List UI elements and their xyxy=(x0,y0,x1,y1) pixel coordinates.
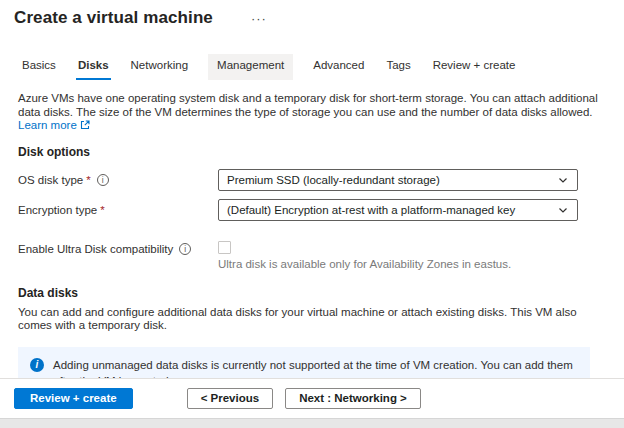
bottom-edge-strip xyxy=(0,418,624,428)
chevron-down-icon xyxy=(557,204,569,216)
info-icon: i xyxy=(30,358,44,372)
required-asterisk: * xyxy=(100,204,104,216)
next-button[interactable]: Next : Networking > xyxy=(285,388,421,409)
page-title: Create a virtual machine xyxy=(14,8,213,28)
data-disks-text: You can add and configure additional dat… xyxy=(18,306,606,333)
tab-networking[interactable]: Networking xyxy=(129,54,191,80)
info-icon[interactable]: i xyxy=(179,243,191,255)
encryption-type-select[interactable]: (Default) Encryption at-rest with a plat… xyxy=(218,199,578,221)
disk-options-heading: Disk options xyxy=(18,145,624,159)
ultra-disk-helper: Ultra disk is available only for Availab… xyxy=(218,258,511,270)
required-asterisk: * xyxy=(86,174,90,186)
tab-disks[interactable]: Disks xyxy=(76,54,111,80)
tab-advanced[interactable]: Advanced xyxy=(311,54,366,80)
intro-body: Azure VMs have one operating system disk… xyxy=(18,92,598,118)
tab-tags[interactable]: Tags xyxy=(384,54,412,80)
page-header: Create a virtual machine ··· xyxy=(0,0,624,28)
ultra-disk-label: Enable Ultra Disk compatibility i xyxy=(18,243,218,255)
encryption-type-value: (Default) Encryption at-rest with a plat… xyxy=(227,204,515,216)
chevron-down-icon xyxy=(557,174,569,186)
encryption-type-row: Encryption type * (Default) Encryption a… xyxy=(18,199,624,221)
ultra-disk-field: Ultra disk is available only for Availab… xyxy=(218,241,511,270)
info-banner-text: Adding unmanaged data disks is currently… xyxy=(53,357,574,379)
data-disks-heading: Data disks xyxy=(18,286,624,300)
previous-button[interactable]: < Previous xyxy=(187,388,274,409)
tab-basics[interactable]: Basics xyxy=(20,54,58,80)
info-icon[interactable]: i xyxy=(97,174,109,186)
footer-bar: Review + create < Previous Next : Networ… xyxy=(0,378,624,418)
external-link-icon xyxy=(80,120,90,130)
learn-more-link[interactable]: Learn more xyxy=(18,119,90,131)
os-disk-type-value: Premium SSD (locally-redundant storage) xyxy=(227,174,440,186)
ultra-disk-checkbox[interactable] xyxy=(218,241,231,254)
os-disk-type-label: OS disk type * i xyxy=(18,174,218,186)
os-disk-type-select[interactable]: Premium SSD (locally-redundant storage) xyxy=(218,169,578,191)
review-create-button[interactable]: Review + create xyxy=(14,388,133,409)
more-options-icon[interactable]: ··· xyxy=(251,11,267,26)
intro-text: Azure VMs have one operating system disk… xyxy=(18,92,606,133)
os-disk-type-row: OS disk type * i Premium SSD (locally-re… xyxy=(18,169,624,191)
encryption-type-label: Encryption type * xyxy=(18,204,218,216)
ultra-disk-row: Enable Ultra Disk compatibility i Ultra … xyxy=(18,241,624,270)
tab-management[interactable]: Management xyxy=(208,54,293,80)
tab-review-create[interactable]: Review + create xyxy=(431,54,518,80)
tab-bar: Basics Disks Networking Management Advan… xyxy=(20,54,624,80)
create-vm-main: Create a virtual machine ··· Basics Disk… xyxy=(0,0,624,378)
info-banner: i Adding unmanaged data disks is current… xyxy=(18,347,590,379)
